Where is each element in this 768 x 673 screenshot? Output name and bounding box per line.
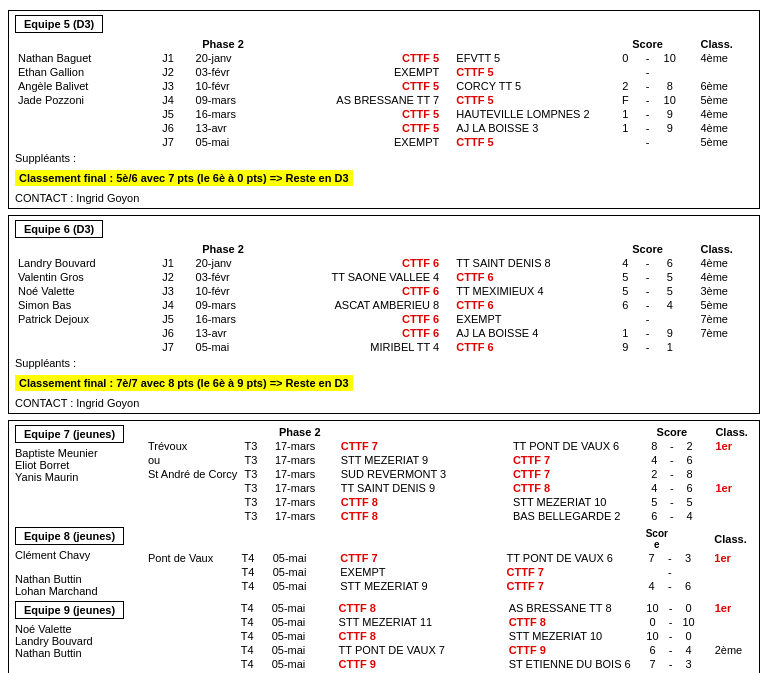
equipe5-contact: CONTACT : Ingrid Goyon — [15, 192, 753, 204]
equipe6-section: Equipe 6 (D3) Phase 2 — [8, 215, 760, 414]
player-ethan-gallion: Ethan Gallion — [15, 65, 159, 79]
player-landry-bouvard-9: Landry Bouvard — [15, 635, 145, 647]
equipe5-class-header: Class. — [697, 37, 753, 51]
equipe5-classement: Classement final : 5è/6 avec 7 pts (le 6… — [15, 170, 353, 186]
player-valentin-gros: Valentin Gros — [15, 270, 159, 284]
equipe6-classement: Classement final : 7è/7 avec 8 pts (le 6… — [15, 375, 353, 391]
player-jade-pozzoni: Jade Pozzoni — [15, 93, 159, 107]
player-noe-valette: Noé Valette — [15, 284, 159, 298]
player-patrick-dejoux: Patrick Dejoux — [15, 312, 159, 326]
player-landry-bouvard: Landry Bouvard — [15, 256, 159, 270]
jeunes-section: Equipe 7 (jeunes) Baptiste Meunier Eliot… — [8, 420, 760, 673]
player-yanis-maurin: Yanis Maurin — [15, 471, 145, 483]
equipe6-title: Equipe 6 (D3) — [15, 220, 103, 238]
equipe6-contact: CONTACT : Ingrid Goyon — [15, 397, 753, 409]
equipe6-class-header: Class. — [697, 242, 753, 256]
player-noe-valette-9: Noé Valette — [15, 623, 145, 635]
player-nathan-buttin: Nathan Buttin — [15, 573, 145, 585]
equipe7-title: Equipe 7 (jeunes) — [15, 425, 124, 443]
player-angele-balivet: Angèle Balivet — [15, 79, 159, 93]
equipe6-score-header: Score — [609, 242, 687, 256]
equipe9-title: Equipe 9 (jeunes) — [15, 601, 124, 619]
equipe5-score-header: Score — [609, 37, 687, 51]
equipe8-title: Equipe 8 (jeunes) — [15, 527, 124, 545]
player-clement-chavy: Clément Chavy — [15, 549, 145, 561]
equipe5-title: Equipe 5 (D3) — [15, 15, 103, 33]
equipe5-section: Equipe 5 (D3) Phase 2 — [8, 10, 760, 209]
equipe6-suppleants: Suppléants : — [15, 357, 753, 369]
player-nathan-baguet: Nathan Baguet — [15, 51, 159, 65]
player-lohan-marchand: Lohan Marchand — [15, 585, 145, 597]
equipe5-phase-header: Phase 2 — [193, 37, 254, 51]
player-nathan-buttin-9: Nathan Buttin — [15, 647, 145, 659]
player-baptiste-meunier: Baptiste Meunier — [15, 447, 145, 459]
player-simon-bas: Simon Bas — [15, 298, 159, 312]
player-eliot-borret: Eliot Borret — [15, 459, 145, 471]
equipe6-phase-header: Phase 2 — [193, 242, 254, 256]
equipe5-suppleants: Suppléants : — [15, 152, 753, 164]
